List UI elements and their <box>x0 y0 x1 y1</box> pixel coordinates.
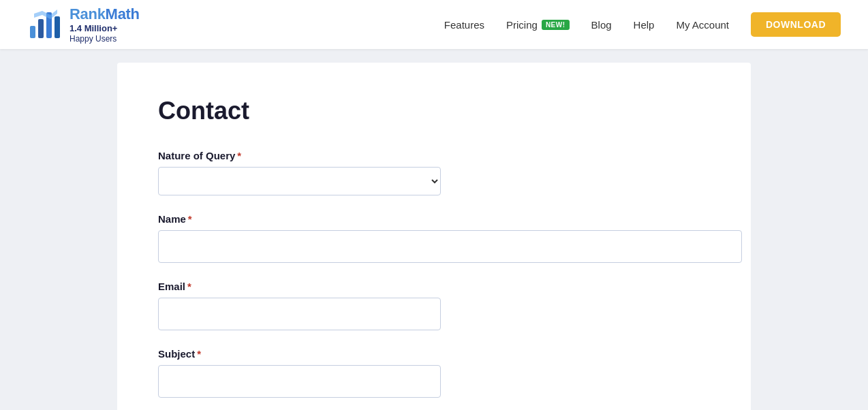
name-label: Name* <box>158 213 710 225</box>
main-content: Contact Nature of Query* General Query P… <box>0 49 868 410</box>
nav-my-account[interactable]: My Account <box>676 19 729 31</box>
subject-required: * <box>197 348 201 360</box>
subject-label: Subject* <box>158 348 710 360</box>
logo-million: 1.4 Million+ <box>69 23 140 34</box>
nav-features[interactable]: Features <box>444 19 484 31</box>
query-label: Nature of Query* <box>158 150 710 161</box>
download-button[interactable]: DOWNLOAD <box>751 12 841 37</box>
query-group: Nature of Query* General Query Pre-Sale … <box>158 150 710 195</box>
contact-card: Contact Nature of Query* General Query P… <box>117 63 751 410</box>
logo-tagline: Happy Users <box>69 34 140 44</box>
svg-rect-1 <box>38 19 44 38</box>
rankmath-logo-icon <box>27 10 63 40</box>
svg-rect-0 <box>30 26 35 38</box>
email-required: * <box>187 281 191 292</box>
page-title: Contact <box>158 97 710 125</box>
header: RankMath 1.4 Million+ Happy Users Featur… <box>0 0 868 49</box>
subject-group: Subject* <box>158 348 710 398</box>
query-required: * <box>237 150 241 161</box>
name-group: Name* <box>158 213 710 263</box>
nav-pricing[interactable]: Pricing <box>506 19 538 31</box>
email-label: Email* <box>158 281 710 292</box>
main-nav: Features Pricing NEW! Blog Help My Accou… <box>444 12 841 37</box>
logo-area: RankMath 1.4 Million+ Happy Users <box>27 5 140 44</box>
query-select[interactable]: General Query Pre-Sale Query Support Que… <box>158 167 441 195</box>
email-group: Email* <box>158 281 710 330</box>
logo-name: RankMath <box>69 5 140 23</box>
email-input[interactable] <box>158 298 441 330</box>
name-required: * <box>188 213 192 225</box>
nav-pricing-wrapper: Pricing NEW! <box>506 19 570 31</box>
svg-marker-4 <box>34 10 57 19</box>
name-input[interactable] <box>158 230 742 263</box>
logo-text: RankMath 1.4 Million+ Happy Users <box>69 5 140 44</box>
nav-help[interactable]: Help <box>634 19 655 31</box>
contact-form: Nature of Query* General Query Pre-Sale … <box>158 150 710 398</box>
svg-rect-3 <box>55 16 60 38</box>
new-badge: NEW! <box>542 20 570 30</box>
subject-input[interactable] <box>158 365 441 398</box>
nav-blog[interactable]: Blog <box>591 19 612 31</box>
